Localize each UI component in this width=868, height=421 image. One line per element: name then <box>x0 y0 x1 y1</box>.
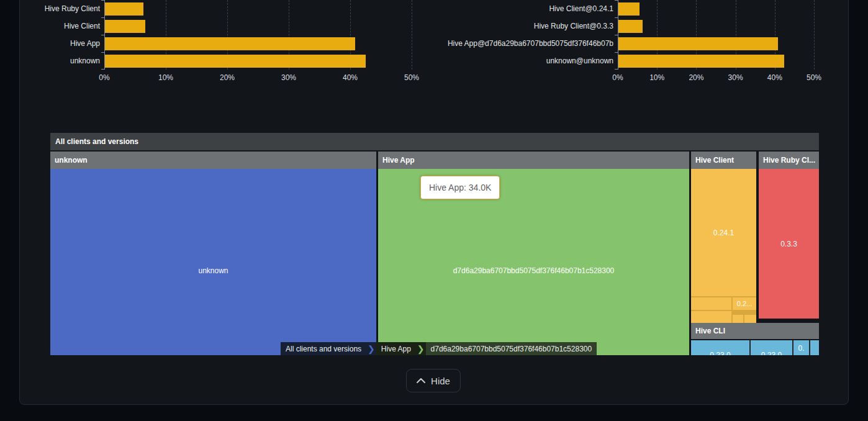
y-axis-tick <box>615 0 618 1</box>
bar-hive-app-d7d6a29ba6707bbd5075df376f46b07b[interactable] <box>618 37 778 50</box>
y-axis-tick <box>615 52 618 53</box>
x-tick-label: 30% <box>722 73 749 82</box>
breadcrumb-item-root[interactable]: All clients and versions <box>281 342 366 355</box>
chevron-right-icon: ❯ <box>416 342 426 355</box>
treemap-section-header-hive-client[interactable]: Hive Client <box>691 152 756 169</box>
treemap-section-header-hive-cli[interactable]: Hive CLI <box>691 323 819 339</box>
clients-treemap: All clients and versions unknown unknown… <box>50 133 819 355</box>
breadcrumb: All clients and versions ❯ Hive App ❯ d7… <box>281 342 597 355</box>
treemap-block-hive-client-minor[interactable] <box>691 311 731 323</box>
treemap-block-hive-client-minor[interactable] <box>744 315 756 323</box>
category-label: unknown@unknown <box>397 55 613 68</box>
treemap-section-header-hive-ruby-client[interactable]: Hive Ruby Cl... <box>759 152 819 169</box>
treemap-root-header[interactable]: All clients and versions <box>50 133 819 150</box>
category-label: Hive Ruby Client@0.3.3 <box>397 20 613 33</box>
treemap-block-hive-cli-0[interactable]: 0. <box>793 340 809 355</box>
hide-button[interactable]: Hide <box>406 369 461 392</box>
bar-unknown-unknown[interactable] <box>618 55 784 68</box>
treemap-block-label: 0.2... <box>733 300 756 307</box>
treemap-block-label: 0.23.0 <box>751 351 792 355</box>
y-axis-tick <box>615 35 618 35</box>
treemap-section-header-hive-app[interactable]: Hive App <box>378 152 689 169</box>
hide-button-label: Hide <box>431 376 450 386</box>
x-tick-label: 10% <box>643 73 671 82</box>
treemap-block-hive-client-0241[interactable]: 0.24.1 <box>691 169 756 296</box>
y-axis-tick <box>615 17 618 18</box>
x-tick-label: 20% <box>682 73 710 82</box>
tooltip: Hive App: 34.0K <box>420 176 500 199</box>
treemap-group-hive-client: 0.24.1 0.2... <box>691 169 756 323</box>
breadcrumb-item-hive-app[interactable]: Hive App <box>376 342 416 355</box>
treemap-block-hive-ruby-033[interactable]: 0.3.3 <box>759 169 819 319</box>
treemap-block-hive-cli-0230[interactable]: 0.23.0 <box>691 340 749 355</box>
treemap-block-hive-cli-minor[interactable] <box>810 340 819 355</box>
bar-hive-client-0-24-1[interactable] <box>618 2 640 16</box>
treemap-block-label: 0. <box>793 344 809 353</box>
treemap-block-unknown[interactable]: unknown <box>50 169 376 355</box>
chevron-up-icon <box>417 378 425 383</box>
treemap-block-label: 0.24.1 <box>691 229 756 237</box>
x-tick-label: 40% <box>761 73 789 82</box>
bar-hive-ruby-client-0-3-3[interactable] <box>618 20 643 33</box>
treemap-section-header-unknown[interactable]: unknown <box>50 152 376 169</box>
category-label: Hive Client@0.24.1 <box>397 2 613 16</box>
client-versions-bar-chart: 0%10%20%30%40%50%Hive Client@0.24.1Hive … <box>0 0 868 87</box>
chevron-right-icon: ❯ <box>366 342 376 355</box>
y-axis-tick <box>615 69 618 70</box>
category-label: Hive App@d7d6a29ba6707bbd5075df376f46b07… <box>397 37 613 50</box>
treemap-block-hive-client-minor[interactable] <box>733 315 743 323</box>
x-tick-label: 0% <box>604 73 631 82</box>
treemap-block-label: 0.3.3 <box>759 240 819 248</box>
treemap-block-label: 0.23.0 <box>691 351 749 355</box>
treemap-block-hive-cli-0230b[interactable]: 0.23.0 <box>751 340 792 355</box>
grid-line <box>814 0 815 70</box>
treemap-block-label: d7d6a29ba6707bbd5075df376f46b07b1c528300 <box>378 266 689 275</box>
x-tick-label: 50% <box>800 73 828 82</box>
breadcrumb-item-version-hash[interactable]: d7d6a29ba6707bbd5075df376f46b07b1c528300 <box>426 342 597 355</box>
treemap-block-label: unknown <box>50 266 376 275</box>
treemap-block-hive-client-minor[interactable] <box>691 297 731 310</box>
treemap-block-hive-client-02[interactable]: 0.2... <box>733 297 756 310</box>
treemap-group-hive-cli: 0.23.0 0.23.0 0. <box>691 340 819 355</box>
